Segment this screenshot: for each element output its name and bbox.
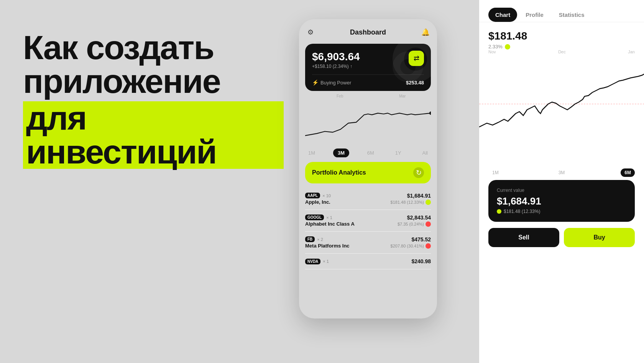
- right-price-change: 2.33%: [488, 44, 635, 50]
- time-btn-1m[interactable]: 1M: [305, 148, 318, 157]
- value-googl: $2,843.54: [407, 214, 431, 221]
- chart-label-feb: Feb: [337, 94, 343, 98]
- time-btn-3m[interactable]: 3M: [333, 148, 349, 157]
- headline-line1: Как создать: [23, 31, 284, 64]
- tab-statistics[interactable]: Statistics: [552, 8, 591, 22]
- right-price-value: $181.48: [488, 30, 635, 42]
- stock-ticker-row-nvda: NVDA × 1: [305, 259, 329, 264]
- tab-profile[interactable]: Profile: [519, 8, 550, 22]
- value-aapl: $1,684.91: [407, 193, 431, 199]
- right-chart: [479, 58, 644, 165]
- change-googl: $7.35 (0.24%): [398, 222, 424, 226]
- stock-right-googl: $2,843.54 $7.35 (0.24%): [398, 214, 431, 227]
- stock-left-nvda: NVDA × 1: [305, 259, 329, 264]
- right-price-section: $181.48 2.33%: [479, 22, 644, 50]
- direction-dot-fb: [426, 243, 431, 249]
- value-fb: $475.52: [411, 236, 431, 243]
- time-filter-bar: 1M 3M 6M 1Y All: [305, 147, 431, 162]
- refresh-icon[interactable]: ↻: [413, 167, 424, 178]
- current-value-card: Current value $1,684.91 $181.48 (12.33%): [488, 180, 635, 222]
- right-tab-bar: Chart Profile Statistics: [479, 0, 644, 22]
- chart-svg: [305, 94, 431, 144]
- stock-left-googl: GOOGL × 1 Alphabet Inc Class A: [305, 214, 355, 227]
- change-row-fb: $207.80 (30.41%): [391, 243, 431, 249]
- right-panel: Chart Profile Statistics $181.48 2.33% N…: [479, 0, 644, 363]
- chart-label-jan: Jan: [628, 50, 635, 54]
- stock-right-aapl: $1,684.91 $181.48 (12.33%): [391, 193, 431, 205]
- transfer-icon[interactable]: ⇄: [409, 51, 424, 66]
- action-buttons: Sell Buy: [479, 222, 644, 247]
- portfolio-analytics-title: Portfolio Analytics: [312, 169, 366, 176]
- balance-card: $6,903.64 +$158.10 (2.34%) ↑ ⇄ ⚡ Buying …: [305, 44, 431, 91]
- shares-aapl: × 10: [322, 193, 331, 198]
- chart-label-dec: Dec: [558, 50, 566, 54]
- current-value-change: $181.48 (12.33%): [497, 209, 626, 214]
- right-time-btn-1m[interactable]: 1M: [488, 168, 503, 177]
- right-price-pct: 2.33%: [488, 44, 503, 50]
- tab-chart[interactable]: Chart: [488, 8, 517, 22]
- direction-dot-aapl: [426, 200, 431, 205]
- value-nvda: $240.98: [411, 258, 431, 264]
- stock-right-fb: $475.52 $207.80 (30.41%): [391, 236, 431, 249]
- time-btn-6m[interactable]: 6M: [364, 148, 377, 157]
- current-value-label: Current value: [497, 188, 626, 193]
- portfolio-chart: Feb Mar: [305, 94, 431, 144]
- shares-googl: × 1: [326, 215, 332, 220]
- right-time-btn-3m[interactable]: 3M: [555, 168, 569, 177]
- right-chart-labels: Nov Dec Jan: [479, 50, 644, 54]
- sell-button[interactable]: Sell: [488, 228, 559, 247]
- bolt-icon: ⚡: [312, 79, 319, 86]
- buy-button[interactable]: Buy: [564, 228, 635, 247]
- time-btn-1y[interactable]: 1Y: [392, 148, 404, 157]
- stock-left-fb: FB × 2 Meta Platforms Inc: [305, 236, 350, 249]
- change-row-googl: $7.35 (0.24%): [398, 221, 431, 227]
- right-chart-svg: [479, 58, 644, 142]
- headline-section: Как создать приложение для инвестиций: [23, 31, 284, 169]
- headline-line2: приложение: [23, 64, 284, 98]
- chart-end-dot: [429, 112, 431, 115]
- right-time-filter: 1M 3M 6M: [479, 165, 644, 180]
- phone-header: ⚙ Dashboard 🔔: [305, 27, 431, 38]
- direction-dot-googl: [426, 221, 431, 227]
- current-value-amount: $1,684.91: [497, 195, 626, 207]
- stock-right-nvda: $240.98: [411, 258, 431, 264]
- ticker-googl: GOOGL: [305, 214, 324, 220]
- name-fb: Meta Platforms Inc: [305, 243, 350, 249]
- stock-left-aapl: AAPL × 10 Apple, Inc.: [305, 193, 331, 205]
- change-fb: $207.80 (30.41%): [391, 244, 424, 248]
- shares-fb: × 2: [317, 237, 323, 242]
- name-aapl: Apple, Inc.: [305, 199, 331, 205]
- dashboard-title: Dashboard: [350, 28, 386, 36]
- right-time-btn-6m[interactable]: 6M: [621, 168, 635, 177]
- stock-item-aapl[interactable]: AAPL × 10 Apple, Inc. $1,684.91 $181.48 …: [305, 188, 431, 210]
- stock-item-nvda[interactable]: NVDA × 1 $240.98: [305, 254, 431, 269]
- change-row-aapl: $181.48 (12.33%): [391, 200, 431, 205]
- chart-label-nov: Nov: [488, 50, 496, 54]
- gear-icon[interactable]: ⚙: [305, 27, 316, 38]
- time-btn-all[interactable]: All: [419, 148, 431, 157]
- chart-label-mar: Mar: [399, 94, 406, 98]
- portfolio-analytics-header[interactable]: Portfolio Analytics ↻: [305, 162, 431, 183]
- name-googl: Alphabet Inc Class A: [305, 221, 355, 227]
- phone-mockup: ⚙ Dashboard 🔔 $6,903.64 +$158.10 (2.34%)…: [299, 19, 437, 318]
- stock-ticker-row-googl: GOOGL × 1: [305, 214, 355, 220]
- stock-item-googl[interactable]: GOOGL × 1 Alphabet Inc Class A $2,843.54…: [305, 210, 431, 232]
- ticker-nvda: NVDA: [305, 259, 320, 264]
- stock-list: AAPL × 10 Apple, Inc. $1,684.91 $181.48 …: [305, 188, 431, 269]
- change-aapl: $181.48 (12.33%): [391, 200, 424, 205]
- shares-nvda: × 1: [323, 259, 329, 264]
- bell-icon[interactable]: 🔔: [420, 27, 431, 38]
- stock-item-fb[interactable]: FB × 2 Meta Platforms Inc $475.52 $207.8…: [305, 232, 431, 254]
- stock-ticker-row-fb: FB × 2: [305, 236, 350, 242]
- headline-highlight: для инвестиций: [23, 101, 284, 169]
- cv-up-dot: [497, 209, 501, 214]
- stock-ticker-row-aapl: AAPL × 10: [305, 193, 331, 198]
- current-value-pct: $181.48 (12.33%): [504, 209, 540, 214]
- buying-power-label: ⚡ Buying Power: [312, 79, 351, 86]
- right-up-dot: [505, 44, 510, 50]
- ticker-aapl: AAPL: [305, 193, 320, 198]
- ticker-fb: FB: [305, 236, 315, 242]
